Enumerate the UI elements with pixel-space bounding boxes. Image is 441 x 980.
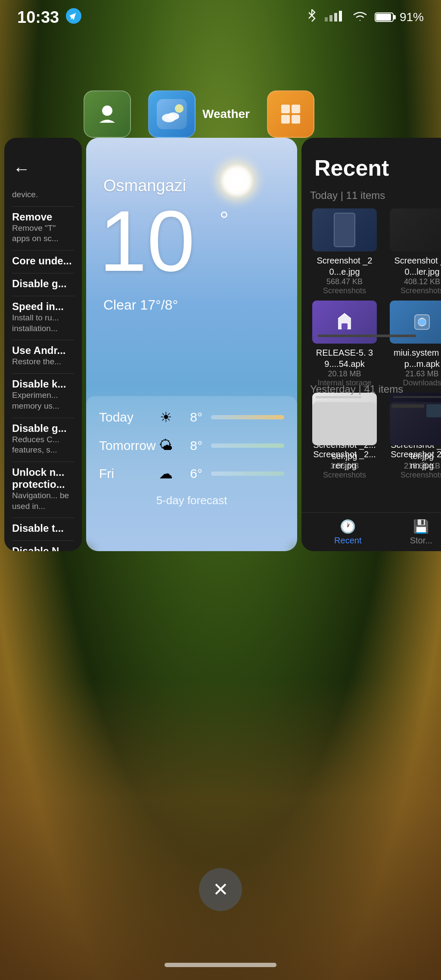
forecast-link[interactable]: 5-day forecast bbox=[99, 494, 284, 507]
settings-item-unlock[interactable]: Unlock n... protectio... Navigation... b… bbox=[12, 466, 74, 512]
forecast-tomorrow: Tomorrow 🌤 8° bbox=[99, 437, 284, 453]
weather-card[interactable]: Osmangazi 10 ° Clear 17°/8° Today ☀ 8° T… bbox=[86, 138, 297, 551]
yesterday-files-grid: Screenshot _2...rer.jpg Screenshot 20...… bbox=[301, 402, 441, 471]
back-button[interactable]: ← bbox=[13, 159, 30, 179]
svg-rect-2 bbox=[329, 15, 332, 22]
settings-item-disable-n[interactable]: Disable N... bbox=[12, 545, 74, 551]
weather-city: Osmangazi bbox=[103, 177, 186, 195]
weather-temperature: 10 bbox=[99, 198, 195, 284]
settings-item-disable-g2[interactable]: Disable g... Reduces C... features, s... bbox=[12, 422, 74, 456]
today-header: Today | 11 items bbox=[301, 189, 441, 202]
file-name-y2: Screenshot 20...nn.jpg bbox=[390, 449, 441, 471]
file-item-1[interactable]: Screenshot _20...e.jpg 568.47 KB Screens… bbox=[308, 208, 381, 295]
forecast-today-icon: ☀ bbox=[155, 409, 177, 425]
divider-1 bbox=[12, 206, 74, 207]
forecast-today: Today ☀ 8° bbox=[99, 409, 284, 425]
weather-condition: Clear 17°/8° bbox=[103, 297, 178, 313]
divider-10 bbox=[12, 540, 74, 541]
forecast-today-temp: 8° bbox=[177, 410, 202, 425]
status-bar: 10:33 bbox=[0, 0, 441, 34]
settings-card[interactable]: ← device. Remove Remove "T" apps on sc..… bbox=[4, 138, 82, 551]
file-thumb-4 bbox=[390, 301, 441, 344]
sun-core bbox=[220, 164, 254, 198]
weather-degree: ° bbox=[220, 207, 229, 233]
home-indicator[interactable] bbox=[165, 963, 276, 967]
divider-9 bbox=[12, 518, 74, 518]
close-button[interactable]: ✕ bbox=[199, 868, 242, 911]
forecast-fri-bar bbox=[211, 471, 284, 476]
divider-8 bbox=[12, 462, 74, 462]
forecast-tomorrow-bar bbox=[211, 443, 284, 448]
nav-recent-label: Recent bbox=[334, 536, 361, 546]
settings-item-core[interactable]: Core unde... bbox=[12, 255, 74, 267]
forecast-today-label: Today bbox=[99, 410, 155, 425]
weather-app-label: Weather bbox=[202, 107, 250, 121]
app-cards-row: Weather bbox=[0, 90, 441, 138]
file-item-4[interactable]: miui.system ui.p...m.apk 21.63 MB Downlo… bbox=[386, 301, 441, 388]
file-item-y2[interactable]: Screenshot 20...nn.jpg bbox=[386, 402, 441, 471]
file-thumb-y2 bbox=[390, 402, 441, 445]
right-app-icon[interactable] bbox=[267, 90, 314, 138]
file-name-y1: Screenshot _2...rer.jpg bbox=[312, 449, 377, 471]
nav-recent[interactable]: 🕐 Recent bbox=[334, 519, 361, 546]
signal-icon bbox=[324, 9, 345, 25]
file-item-y1[interactable]: Screenshot _2...rer.jpg bbox=[308, 402, 381, 471]
svg-point-10 bbox=[175, 104, 183, 113]
svg-rect-15 bbox=[281, 115, 290, 124]
settings-item-device: device. bbox=[12, 189, 74, 200]
svg-rect-17 bbox=[342, 323, 348, 329]
settings-item-speed[interactable]: Speed in... Install to ru... installatio… bbox=[12, 301, 74, 334]
settings-item-disable-k[interactable]: Disable k... Experimen... memory us... bbox=[12, 378, 74, 411]
file-item-2[interactable]: Screenshot _20...ler.jpg 408.12 KB Scree… bbox=[386, 208, 441, 295]
svg-rect-7 bbox=[376, 14, 391, 21]
status-icons: 91% bbox=[306, 8, 424, 27]
file-name-3: RELEASE-5. 39....54.apk bbox=[312, 347, 377, 369]
settings-item-android[interactable]: Use Andr... Restore the... bbox=[12, 344, 74, 367]
file-size-3: 20.18 MB bbox=[328, 369, 361, 378]
file-item-3[interactable]: RELEASE-5. 39....54.apk 20.18 MB Interna… bbox=[308, 301, 381, 388]
recent-title: Recent bbox=[314, 155, 389, 181]
forecast-tomorrow-temp: 8° bbox=[177, 438, 202, 453]
file-location-2: Screenshots bbox=[401, 286, 441, 295]
file-location-6: Screenshots bbox=[401, 471, 441, 480]
battery-indicator: 91% bbox=[375, 10, 424, 24]
forecast-fri: Fri ☁ 6° bbox=[99, 465, 284, 482]
storage-icon: 💾 bbox=[413, 519, 429, 534]
nav-storage[interactable]: 💾 Stor... bbox=[410, 519, 432, 546]
file-size-4: 21.63 MB bbox=[405, 369, 438, 378]
forecast-tomorrow-icon: 🌤 bbox=[155, 437, 177, 453]
file-thumb-3 bbox=[312, 301, 377, 344]
battery-text: 91% bbox=[400, 10, 424, 24]
file-thumb-1 bbox=[312, 208, 377, 251]
svg-rect-1 bbox=[325, 17, 328, 22]
divider-6 bbox=[12, 373, 74, 374]
settings-item-remove[interactable]: Remove Remove "T" apps on sc... bbox=[12, 211, 74, 244]
file-thumb-y1 bbox=[312, 402, 377, 445]
wifi-icon bbox=[351, 9, 369, 25]
file-size-1: 568.47 KB bbox=[326, 277, 363, 286]
settings-content: device. Remove Remove "T" apps on sc... … bbox=[4, 185, 82, 551]
weather-app-header[interactable]: Weather bbox=[148, 90, 250, 138]
bottom-background bbox=[0, 679, 441, 980]
file-name-1: Screenshot _20...e.jpg bbox=[312, 255, 377, 277]
status-time: 10:33 bbox=[17, 8, 59, 27]
yesterday-header: Yesterday | 41 items bbox=[301, 383, 441, 395]
left-app-icon[interactable] bbox=[84, 90, 131, 138]
cards-container: ← device. Remove Remove "T" apps on sc..… bbox=[0, 138, 441, 594]
file-location-1: Screenshots bbox=[323, 286, 366, 295]
forecast-fri-icon: ☁ bbox=[155, 465, 177, 482]
svg-rect-13 bbox=[281, 105, 290, 113]
file-name-2: Screenshot _20...ler.jpg bbox=[390, 255, 441, 277]
yesterday-section: Yesterday | 41 items Screenshot _2...rer… bbox=[301, 383, 441, 471]
settings-item-disable-t[interactable]: Disable t... bbox=[12, 522, 74, 534]
svg-point-8 bbox=[102, 105, 112, 116]
nav-storage-label: Stor... bbox=[410, 536, 432, 546]
telegram-icon bbox=[66, 8, 81, 27]
weather-app-icon[interactable] bbox=[148, 90, 196, 138]
svg-point-12 bbox=[167, 112, 179, 120]
settings-item-disable-g1[interactable]: Disable g... bbox=[12, 278, 74, 290]
forecast-fri-temp: 6° bbox=[177, 466, 202, 481]
recent-card[interactable]: Recent Today | 11 items Screenshot _20..… bbox=[301, 138, 441, 551]
svg-rect-4 bbox=[339, 11, 342, 22]
divider-5 bbox=[12, 340, 74, 340]
